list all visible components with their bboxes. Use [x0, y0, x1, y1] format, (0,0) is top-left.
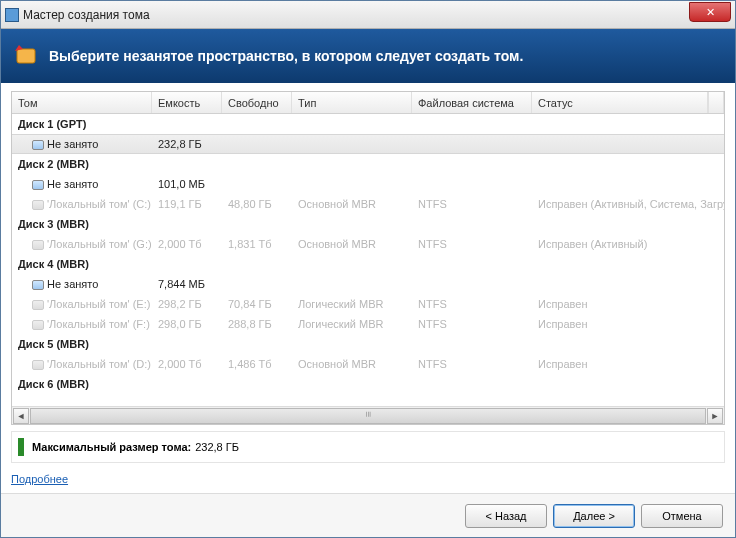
next-button[interactable]: Далее > — [553, 504, 635, 528]
table-row: 'Локальный том' (G:)2,000 Тб1,831 ТбОсно… — [12, 234, 724, 254]
disk-header[interactable]: Диск 1 (GPT) — [12, 114, 724, 134]
table-row: 'Локальный том' (C:)119,1 ГБ48,80 ГБОсно… — [12, 194, 724, 214]
banner: Выберите незанятое пространство, в котор… — [1, 29, 735, 83]
disk-header[interactable]: Диск 3 (MBR) — [12, 214, 724, 234]
volume-icon — [32, 360, 44, 370]
volume-icon — [32, 180, 44, 190]
scroll-thumb[interactable] — [30, 408, 706, 424]
titlebar[interactable]: Мастер создания тома ✕ — [1, 1, 735, 29]
scroll-right-arrow[interactable]: ► — [707, 408, 723, 424]
volume-icon — [32, 140, 44, 150]
volume-icon — [32, 280, 44, 290]
col-volume[interactable]: Том — [12, 92, 152, 113]
window-title: Мастер создания тома — [23, 8, 150, 22]
wizard-icon — [13, 43, 39, 69]
table-row[interactable]: Не занято101,0 МБ — [12, 174, 724, 194]
table-row: 'Локальный том' (F:)298,0 ГБ288,8 ГБЛоги… — [12, 314, 724, 334]
size-bar-icon — [18, 438, 24, 456]
svg-rect-0 — [17, 49, 35, 63]
table-row: 'Локальный том' (D:)2,000 Тб1,486 ТбОсно… — [12, 354, 724, 374]
content-area: Том Емкость Свободно Тип Файловая систем… — [1, 83, 735, 493]
col-free[interactable]: Свободно — [222, 92, 292, 113]
table-row[interactable]: Не занято232,8 ГБ — [12, 134, 724, 154]
volume-table: Том Емкость Свободно Тип Файловая систем… — [11, 91, 725, 425]
col-filesystem[interactable]: Файловая система — [412, 92, 532, 113]
back-button[interactable]: < Назад — [465, 504, 547, 528]
table-header: Том Емкость Свободно Тип Файловая систем… — [12, 92, 724, 114]
table-row[interactable]: Не занято7,844 МБ — [12, 274, 724, 294]
banner-text: Выберите незанятое пространство, в котор… — [49, 48, 523, 64]
table-row: 'Локальный том' (E:)298,2 ГБ70,84 ГБЛоги… — [12, 294, 724, 314]
disk-header[interactable]: Диск 5 (MBR) — [12, 334, 724, 354]
col-type[interactable]: Тип — [292, 92, 412, 113]
more-link[interactable]: Подробнее — [11, 473, 725, 485]
disk-header[interactable]: Диск 6 (MBR) — [12, 374, 724, 394]
volume-icon — [32, 300, 44, 310]
volume-icon — [32, 200, 44, 210]
disk-header[interactable]: Диск 4 (MBR) — [12, 254, 724, 274]
scroll-left-arrow[interactable]: ◄ — [13, 408, 29, 424]
footer: < Назад Далее > Отмена — [1, 493, 735, 537]
wizard-window: Мастер создания тома ✕ Выберите незанято… — [0, 0, 736, 538]
max-size-panel: Максимальный размер тома: 232,8 ГБ — [11, 431, 725, 463]
col-status[interactable]: Статус — [532, 92, 708, 113]
app-icon — [5, 8, 19, 22]
table-body[interactable]: Диск 1 (GPT)Не занято232,8 ГБДиск 2 (MBR… — [12, 114, 724, 406]
cancel-button[interactable]: Отмена — [641, 504, 723, 528]
close-button[interactable]: ✕ — [689, 2, 731, 22]
disk-header[interactable]: Диск 2 (MBR) — [12, 154, 724, 174]
scroll-spacer — [708, 92, 724, 113]
horizontal-scrollbar[interactable]: ◄ ► — [12, 406, 724, 424]
volume-icon — [32, 240, 44, 250]
volume-icon — [32, 320, 44, 330]
max-size-label: Максимальный размер тома: — [32, 441, 191, 453]
max-size-value: 232,8 ГБ — [195, 441, 239, 453]
col-capacity[interactable]: Емкость — [152, 92, 222, 113]
